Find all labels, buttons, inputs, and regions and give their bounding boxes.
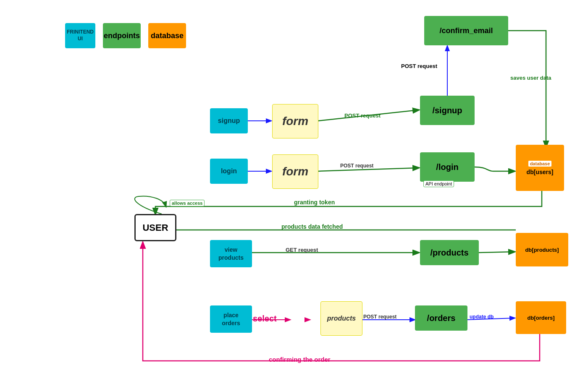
- legend: FRINITEND UI endpoints database: [65, 23, 186, 48]
- legend-db: database: [148, 23, 186, 48]
- user-node: USER: [134, 214, 176, 241]
- confirming-order-label: confirming the order: [269, 356, 331, 363]
- view-products-ui-node: view products: [210, 240, 252, 267]
- diagram: FRINITEND UI endpoints database: [0, 0, 588, 381]
- db-orders-node: db[orders]: [516, 301, 566, 334]
- signup-ui-node: signup: [210, 108, 248, 133]
- svg-line-5: [479, 252, 514, 253]
- endpoint-orders-node: /orders: [415, 305, 467, 331]
- update-db-label: update db: [470, 314, 494, 320]
- endpoint-login-node: /login: [420, 152, 475, 182]
- legend-endpoint: endpoints: [103, 23, 141, 48]
- products-form-node: products: [320, 301, 362, 336]
- endpoint-confirm-email: /confirm_email: [424, 16, 508, 45]
- products-data-fetched-label: products data fetched: [281, 223, 343, 230]
- granting-token-label: granting token: [294, 199, 335, 206]
- login-ui-node: login: [210, 159, 248, 184]
- select-label: select: [253, 314, 277, 324]
- post-confirm-label: POST request: [401, 63, 437, 69]
- db-products-node: db[products]: [516, 233, 568, 266]
- form-login-node: form: [272, 154, 318, 189]
- saves-user-data-label: saves user data: [510, 75, 551, 81]
- legend-ui-label: FRINITEND UI: [65, 29, 95, 42]
- legend-endpoint-label: endpoints: [104, 31, 140, 40]
- endpoint-signup-node: /signup: [420, 96, 475, 125]
- legend-db-label: database: [151, 31, 184, 40]
- arrows-svg: [0, 0, 588, 381]
- get-request-label: GET request: [286, 247, 318, 253]
- post-login-label: POST request: [340, 163, 373, 169]
- post-signup-label: POST request: [344, 112, 381, 119]
- db-users-tag: database: [528, 160, 552, 167]
- endpoint-products-node: /products: [420, 240, 479, 265]
- api-endpoint-label: API endpoint: [423, 180, 454, 187]
- legend-ui: FRINITEND UI: [65, 23, 95, 48]
- place-orders-ui-node: place orders: [210, 305, 252, 333]
- form-signup-node: form: [272, 104, 318, 138]
- post-order-label: POST request: [363, 314, 396, 320]
- db-users-node: database db[users]: [516, 145, 564, 191]
- allows-access-tag: allows access: [170, 200, 205, 206]
